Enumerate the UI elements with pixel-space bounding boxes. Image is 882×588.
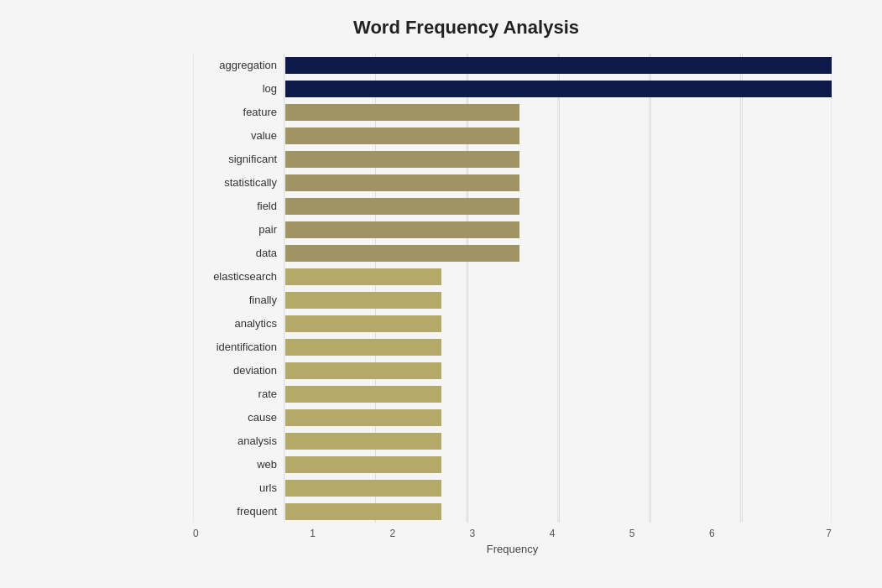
bar-label: finally <box>193 294 285 306</box>
chart-title: Word Frequency Analysis <box>101 17 832 39</box>
bar-fill <box>285 127 519 144</box>
bar-label: data <box>193 247 285 259</box>
bar-fill <box>285 57 832 74</box>
bar-row: urls <box>193 476 832 499</box>
bar-row: aggregation <box>193 54 832 76</box>
bar-track <box>285 480 832 497</box>
bar-fill <box>285 433 441 450</box>
bar-label: analysis <box>193 434 285 447</box>
x-tick: 6 <box>672 528 752 539</box>
bar-fill <box>285 292 441 309</box>
bar-fill <box>285 151 519 168</box>
bar-track <box>285 339 832 356</box>
bar-fill <box>285 104 519 121</box>
x-tick: 1 <box>273 528 352 539</box>
bar-row: elasticsearch <box>193 265 832 288</box>
bar-track <box>285 456 832 473</box>
bar-row: analytics <box>193 312 832 335</box>
bar-row: log <box>193 77 832 100</box>
x-tick: 4 <box>513 528 592 539</box>
x-tick: 7 <box>752 528 832 539</box>
bar-row: cause <box>193 406 832 429</box>
bar-track <box>285 433 832 450</box>
bar-label: significant <box>193 153 285 165</box>
bar-row: feature <box>193 101 832 123</box>
bar-fill <box>285 221 519 238</box>
bar-fill <box>285 81 832 97</box>
bar-row: value <box>193 124 832 147</box>
bar-fill <box>285 339 441 356</box>
bar-track <box>285 503 832 520</box>
bar-label: rate <box>193 388 285 400</box>
bar-track <box>285 362 832 379</box>
bar-track <box>285 221 832 238</box>
bar-track <box>285 57 832 74</box>
bar-track <box>285 104 832 121</box>
bar-track <box>285 386 832 403</box>
bar-label: log <box>193 82 285 95</box>
bar-row: statistically <box>193 171 832 194</box>
bar-track <box>285 151 832 168</box>
bar-label: aggregation <box>193 59 285 71</box>
x-axis: 01234567 <box>193 528 832 539</box>
bar-label: urls <box>193 481 285 494</box>
bar-label: elasticsearch <box>193 270 285 283</box>
bar-fill <box>285 174 519 191</box>
bar-row: significant <box>193 148 832 170</box>
bar-row: pair <box>193 218 832 241</box>
bar-fill <box>285 315 441 332</box>
bar-track <box>285 292 832 309</box>
x-tick: 3 <box>432 528 512 539</box>
bar-fill <box>285 268 441 285</box>
bar-label: value <box>193 129 285 142</box>
bar-row: data <box>193 242 832 264</box>
bar-track <box>285 245 832 262</box>
bar-label: web <box>193 458 285 471</box>
bar-chart: aggregationlogfeaturevaluesignificantsta… <box>193 54 832 523</box>
bar-label: pair <box>193 223 285 236</box>
bar-label: frequent <box>193 505 285 518</box>
bar-row: web <box>193 453 832 476</box>
bar-track <box>285 127 832 144</box>
bar-label: feature <box>193 106 285 118</box>
bar-track <box>285 81 832 97</box>
bar-row: identification <box>193 336 832 358</box>
bar-fill <box>285 362 441 379</box>
bar-label: analytics <box>193 317 285 330</box>
bar-fill <box>285 386 441 403</box>
bar-fill <box>285 198 519 215</box>
x-axis-label: Frequency <box>193 543 832 555</box>
bar-label: deviation <box>193 364 285 377</box>
bar-label: field <box>193 200 285 212</box>
bar-track <box>285 268 832 285</box>
bar-label: cause <box>193 411 285 424</box>
bar-fill <box>285 456 441 473</box>
bar-track <box>285 198 832 215</box>
bar-track <box>285 315 832 332</box>
bar-row: analysis <box>193 429 832 452</box>
bar-row: frequent <box>193 500 832 523</box>
bar-fill <box>285 480 441 497</box>
bar-row: field <box>193 195 832 217</box>
bar-row: deviation <box>193 359 832 382</box>
x-tick: 2 <box>352 528 432 539</box>
bar-row: finally <box>193 289 832 311</box>
bar-track <box>285 409 832 426</box>
bar-label: statistically <box>193 176 285 189</box>
x-tick: 0 <box>193 528 273 539</box>
bar-track <box>285 174 832 191</box>
bar-fill <box>285 503 441 520</box>
bar-fill <box>285 245 519 262</box>
x-tick: 5 <box>592 528 672 539</box>
bar-row: rate <box>193 382 832 405</box>
bar-fill <box>285 409 441 426</box>
bar-label: identification <box>193 341 285 353</box>
chart-container: Word Frequency Analysis aggregationlogfe… <box>0 0 882 588</box>
